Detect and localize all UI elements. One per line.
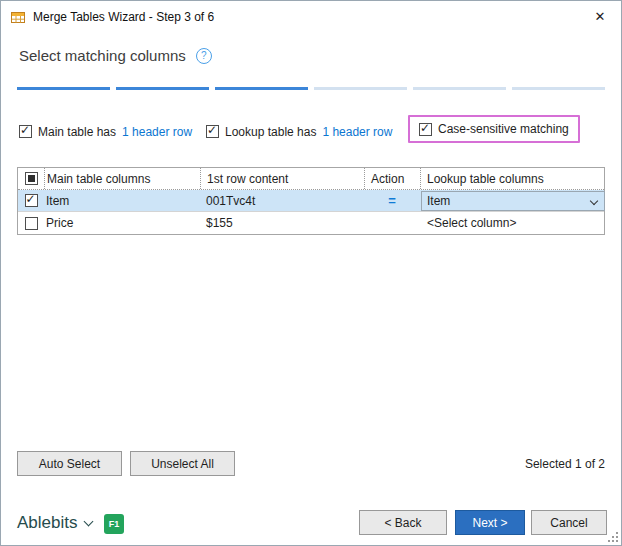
check-icon: ✓ bbox=[26, 192, 36, 206]
chevron-down-icon bbox=[84, 516, 94, 526]
lookup-table-option-label: Lookup table has bbox=[225, 125, 316, 139]
column-header-main: Main table columns bbox=[44, 168, 200, 189]
main-column-value: Item bbox=[44, 190, 200, 211]
column-header-action: Action bbox=[364, 168, 420, 189]
first-row-value: $155 bbox=[200, 212, 364, 234]
case-sensitive-option[interactable]: ✓ Case-sensitive matching bbox=[408, 115, 580, 143]
main-table-header-option[interactable]: ✓ Main table has 1 header row bbox=[19, 124, 192, 139]
step-1 bbox=[17, 87, 110, 90]
lookup-selected-value: Item bbox=[427, 194, 450, 208]
ablebits-menu[interactable]: Ablebits bbox=[17, 513, 92, 533]
app-table-icon bbox=[10, 9, 26, 25]
action-value: = bbox=[364, 190, 420, 211]
lookup-column-dropdown[interactable]: Item bbox=[421, 191, 605, 211]
lookup-placeholder-value: <Select column> bbox=[421, 216, 516, 230]
next-button[interactable]: Next > bbox=[455, 510, 525, 535]
main-table-option-label: Main table has bbox=[38, 125, 116, 139]
row-checkbox-cell: ✓ bbox=[18, 212, 44, 234]
select-all-cell bbox=[18, 168, 44, 189]
action-value bbox=[364, 212, 420, 234]
title-bar: Merge Tables Wizard - Step 3 of 6 ✕ bbox=[1, 1, 621, 32]
select-all-checkbox[interactable] bbox=[25, 172, 38, 185]
window-title: Merge Tables Wizard - Step 3 of 6 bbox=[33, 10, 214, 24]
table-header-row: Main table columns 1st row content Actio… bbox=[18, 168, 604, 190]
main-table-header-row-link[interactable]: 1 header row bbox=[122, 125, 192, 139]
column-header-lookup: Lookup table columns bbox=[420, 168, 606, 189]
f1-help-badge[interactable]: F1 bbox=[104, 514, 124, 534]
back-button[interactable]: < Back bbox=[359, 510, 447, 535]
lookup-table-header-checkbox[interactable]: ✓ bbox=[206, 125, 219, 138]
first-row-value: 001Tvc4t bbox=[200, 190, 364, 211]
case-sensitive-label: Case-sensitive matching bbox=[438, 122, 569, 136]
table-row-item[interactable]: ✓ Item 001Tvc4t = Item bbox=[18, 190, 604, 212]
main-column-value: Price bbox=[44, 212, 200, 234]
row-checkbox[interactable]: ✓ bbox=[25, 217, 38, 230]
step-4 bbox=[314, 87, 407, 90]
step-6 bbox=[512, 87, 605, 90]
check-icon: ✓ bbox=[207, 123, 217, 137]
chevron-down-icon bbox=[590, 196, 598, 204]
page-heading-row: Select matching columns ? bbox=[19, 47, 212, 64]
case-sensitive-checkbox[interactable]: ✓ bbox=[419, 123, 432, 136]
page-title: Select matching columns bbox=[19, 47, 186, 64]
table-row-price[interactable]: ✓ Price $155 <Select column> bbox=[18, 212, 604, 234]
column-header-first-row: 1st row content bbox=[200, 168, 364, 189]
lookup-table-header-option[interactable]: ✓ Lookup table has 1 header row bbox=[206, 124, 392, 139]
check-icon: ✓ bbox=[420, 121, 430, 135]
merge-tables-wizard-dialog: Merge Tables Wizard - Step 3 of 6 ✕ Sele… bbox=[0, 0, 622, 546]
check-icon: ✓ bbox=[20, 123, 30, 137]
brand-logo-text: Ablebits bbox=[17, 513, 77, 533]
matching-columns-table: Main table columns 1st row content Actio… bbox=[17, 167, 605, 235]
lookup-table-header-row-link[interactable]: 1 header row bbox=[322, 125, 392, 139]
step-5 bbox=[413, 87, 506, 90]
resize-grip[interactable] bbox=[607, 531, 619, 543]
row-checkbox[interactable]: ✓ bbox=[25, 194, 38, 207]
row-checkbox-cell: ✓ bbox=[18, 190, 44, 211]
lookup-column-cell[interactable]: <Select column> bbox=[420, 212, 606, 234]
step-progress bbox=[17, 87, 605, 90]
step-3 bbox=[215, 87, 308, 90]
step-2 bbox=[116, 87, 209, 90]
main-table-header-checkbox[interactable]: ✓ bbox=[19, 125, 32, 138]
close-button[interactable]: ✕ bbox=[579, 1, 621, 32]
unselect-all-button[interactable]: Unselect All bbox=[130, 451, 235, 476]
cancel-button[interactable]: Cancel bbox=[531, 510, 607, 535]
auto-select-button[interactable]: Auto Select bbox=[17, 451, 122, 476]
lookup-column-cell: Item bbox=[420, 190, 606, 211]
help-icon[interactable]: ? bbox=[196, 48, 212, 64]
selection-status: Selected 1 of 2 bbox=[525, 457, 605, 471]
